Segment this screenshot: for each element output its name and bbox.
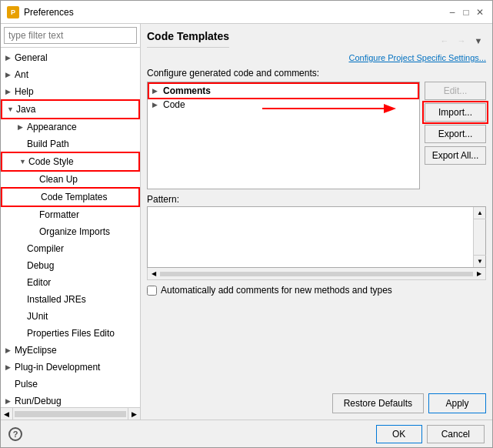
sidebar-item-installed-jres[interactable]: Installed JREs [1,291,140,308]
sidebar-item-label: Appearance [27,120,77,134]
cancel-button[interactable]: Cancel [427,425,485,443]
sidebar-item-appearance[interactable]: ▶ Appearance [1,119,140,135]
svg-text:P: P [11,8,15,16]
right-panel: Code Templates ← → ▼ Configure Project S… [141,24,492,420]
sidebar-item-clean-up[interactable]: Clean Up [1,171,140,188]
expand-arrow: ▶ [5,68,13,82]
config-link[interactable]: Configure Project Specific Settings... [348,53,486,62]
panel-header-row: Code Templates ← → ▼ [147,30,486,51]
sidebar-tree: ▶ General ▶ Ant ▶ Help ▼ Java [1,48,140,407]
config-link-row: Configure Project Specific Settings... [147,52,486,63]
edit-button[interactable]: Edit... [425,82,486,100]
sidebar-item-plugin-development[interactable]: ▶ Plug-in Development [1,359,140,376]
expand-arrow-comments: ▶ [152,87,160,95]
expand-arrow-code: ▶ [152,101,160,109]
filter-container [1,24,140,48]
template-node-code[interactable]: ▶ Code [149,98,418,112]
sidebar-item-help[interactable]: ▶ Help [1,83,140,100]
scroll-right-button[interactable]: ▶ [128,408,140,420]
auto-comment-row: Automatically add comments for new metho… [147,285,486,296]
forward-button[interactable]: → [454,33,469,48]
expand-arrow: ▼ [7,102,15,116]
pattern-h-track [160,272,473,276]
sidebar-item-label: Ant [15,68,28,82]
nav-buttons: ← → ▼ [437,33,486,48]
sidebar-item-label: Editor [27,276,51,289]
sidebar-item-properties-files-editor[interactable]: Properties Files Edito [1,325,140,342]
templates-area: ▶ Comments ▶ Code Edit... Import... Expo… [147,82,486,189]
export-button[interactable]: Export... [425,125,486,143]
sidebar-item-label: JUnit [27,309,48,323]
pattern-section: Pattern: ▲ ▼ ◀ ▶ [147,194,486,280]
sidebar-item-label: Run/Debug [15,394,62,407]
sidebar-item-junit[interactable]: JUnit [1,308,140,325]
sidebar-item-editor[interactable]: Editor [1,274,140,291]
close-button[interactable]: ✕ [474,6,486,18]
sidebar-item-java[interactable]: ▼ Java [2,101,138,118]
auto-comment-label: Automatically add comments for new metho… [161,285,392,296]
dropdown-button[interactable]: ▼ [471,33,486,48]
sidebar-item-label: Help [15,85,34,99]
pattern-scroll-left[interactable]: ◀ [148,268,160,280]
back-button[interactable]: ← [437,33,452,48]
pattern-h-scrollbar[interactable]: ◀ ▶ [147,268,486,280]
bottom-buttons: Restore Defaults Apply [147,393,486,413]
panel-title: Code Templates [147,30,229,48]
pattern-label: Pattern: [147,194,486,205]
sidebar-item-label: Debug [27,259,54,272]
sidebar-item-label: MyEclipse [15,343,57,357]
import-button[interactable]: Import... [425,103,486,122]
sidebar-item-debug[interactable]: Debug [1,257,140,274]
apply-button[interactable]: Apply [428,393,486,413]
pattern-content [148,207,473,267]
expand-arrow: ▶ [5,343,13,357]
export-all-button[interactable]: Export All... [425,146,486,165]
expand-arrow: ▶ [5,85,13,99]
scroll-left-button[interactable]: ◀ [1,408,13,420]
help-button[interactable]: ? [8,427,22,441]
template-label-comments: Comments [163,85,211,96]
preferences-window: P Preferences – □ ✕ ▶ General [0,0,493,448]
sidebar: ▶ General ▶ Ant ▶ Help ▼ Java [1,24,141,420]
sidebar-item-code-style[interactable]: ▼ Code Style [2,153,138,170]
scroll-down-button[interactable]: ▼ [474,255,486,267]
sidebar-item-label: Build Path [27,137,69,151]
search-input[interactable] [4,27,137,44]
main-content: ▶ General ▶ Ant ▶ Help ▼ Java [1,24,492,420]
expand-arrow: ▶ [5,51,13,65]
sidebar-item-myeclipse[interactable]: ▶ MyEclipse [1,342,140,359]
sidebar-item-label: General [15,51,48,65]
restore-defaults-button[interactable]: Restore Defaults [332,393,424,413]
templates-tree: ▶ Comments ▶ Code [147,82,420,189]
sidebar-item-formatter[interactable]: Formatter [1,206,140,223]
scroll-track [15,411,126,417]
scroll-up-button[interactable]: ▲ [474,207,486,219]
sidebar-item-compiler[interactable]: Compiler [1,240,140,257]
expand-arrow: ▶ [5,394,13,407]
scroll-thumb-area [474,219,485,255]
footer-left: ? [8,427,22,441]
window-title: Preferences [24,7,74,18]
sidebar-item-ant[interactable]: ▶ Ant [1,66,140,83]
sidebar-item-general[interactable]: ▶ General [1,49,140,66]
title-bar-left: P Preferences [7,6,74,18]
sidebar-item-build-path[interactable]: Build Path [1,135,140,152]
maximize-button[interactable]: □ [460,6,472,18]
sidebar-item-label: Clean Up [39,172,78,186]
auto-comment-checkbox[interactable] [147,286,157,296]
sidebar-item-run-debug[interactable]: ▶ Run/Debug [1,393,140,407]
sidebar-item-label: Java [16,102,35,116]
template-node-comments[interactable]: ▶ Comments [149,84,418,98]
sidebar-item-code-templates[interactable]: Code Templates [2,189,138,206]
expand-arrow: ▼ [19,155,27,169]
pattern-scroll-right[interactable]: ▶ [473,268,485,280]
sidebar-item-pulse[interactable]: Pulse [1,376,140,393]
sidebar-item-label: Code Templates [41,190,108,204]
minimize-button[interactable]: – [446,6,458,18]
sidebar-item-label: Formatter [39,208,79,222]
sidebar-item-organize-imports[interactable]: Organize Imports [1,223,140,240]
ok-button[interactable]: OK [376,425,422,443]
templates-buttons: Edit... Import... Export... Export All..… [425,82,486,189]
sidebar-scrollbar[interactable]: ◀ ▶ [1,407,140,420]
sidebar-item-label: Organize Imports [39,225,110,239]
